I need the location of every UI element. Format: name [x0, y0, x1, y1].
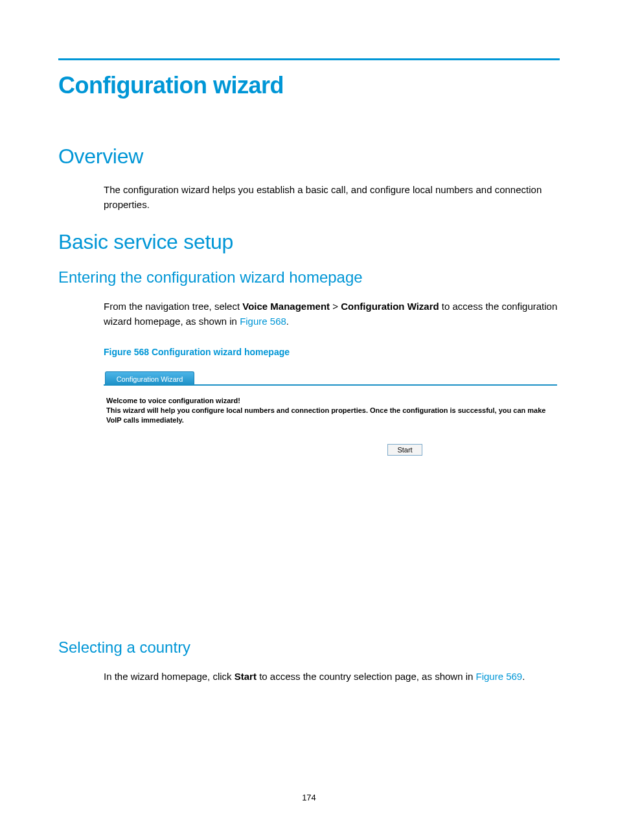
- heading-basic-service-setup: Basic service setup: [58, 230, 560, 254]
- heading-entering-homepage: Entering the configuration wizard homepa…: [58, 268, 560, 286]
- title-rule: [58, 58, 560, 60]
- heading-overview: Overview: [58, 145, 560, 169]
- link-figure-569[interactable]: Figure 569: [476, 671, 523, 682]
- text-fragment: In the wizard homepage, click: [104, 671, 235, 682]
- page-number: 174: [0, 793, 618, 802]
- page: Configuration wizard Overview The config…: [58, 58, 560, 840]
- bold-start: Start: [235, 671, 257, 682]
- text-fragment: From the navigation tree, select: [104, 301, 242, 312]
- nav-configuration-wizard: Configuration Wizard: [341, 301, 439, 312]
- overview-paragraph: The configuration wizard helps you estab…: [104, 183, 560, 212]
- figure-caption: Figure 568 Configuration wizard homepage: [104, 347, 560, 357]
- text-fragment: .: [522, 671, 525, 682]
- screenshot-content: Welcome to voice configuration wizard! T…: [104, 386, 557, 456]
- page-title: Configuration wizard: [58, 72, 560, 99]
- button-row: Start: [106, 443, 555, 456]
- start-button[interactable]: Start: [387, 444, 422, 456]
- entering-paragraph: From the navigation tree, select Voice M…: [104, 299, 560, 329]
- text-fragment: >: [330, 301, 341, 312]
- text-fragment: to access the country selection page, as…: [257, 671, 476, 682]
- welcome-text: Welcome to voice configuration wizard!: [106, 396, 555, 406]
- heading-selecting-country: Selecting a country: [58, 638, 560, 657]
- wizard-description: This wizard will help you configure loca…: [106, 406, 555, 425]
- screenshot-tabbar: Configuration Wizard: [104, 370, 557, 386]
- tab-configuration-wizard[interactable]: Configuration Wizard: [105, 371, 194, 386]
- text-fragment: .: [286, 316, 289, 327]
- tab-underline: [104, 384, 557, 386]
- link-figure-568[interactable]: Figure 568: [240, 316, 286, 327]
- figure-screenshot: Configuration Wizard Welcome to voice co…: [104, 370, 557, 597]
- nav-voice-management: Voice Management: [242, 301, 330, 312]
- selecting-paragraph: In the wizard homepage, click Start to a…: [104, 670, 560, 684]
